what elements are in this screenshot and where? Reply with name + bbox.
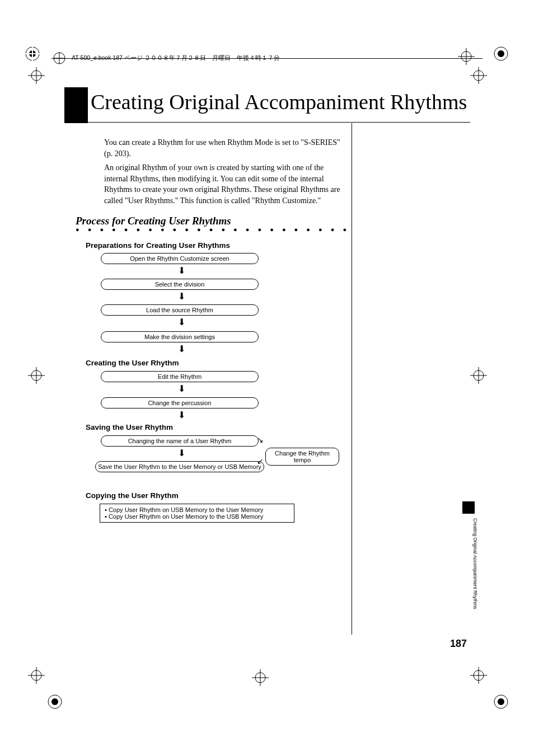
reg-mark-icon <box>252 669 269 686</box>
intro-text: You can create a Rhythm for use when Rhy… <box>104 137 345 210</box>
down-arrow-icon: ⬇ <box>178 318 185 327</box>
reg-mark-icon <box>28 67 45 84</box>
section-heading: Process for Creating User Rhythms <box>76 215 231 227</box>
down-arrow-icon: ⬇ <box>178 266 185 275</box>
flow-step: Change the percussion <box>101 397 259 408</box>
column-divider <box>352 123 352 635</box>
copy-heading: Copying the User Rhythm <box>86 491 179 500</box>
reg-mark-icon <box>470 67 487 84</box>
prep-heading: Preparations for Creating User Rhythms <box>86 241 230 250</box>
header-divider <box>51 58 483 59</box>
crop-mark-icon <box>490 43 512 65</box>
flow-step: Make the division settings <box>101 331 259 342</box>
down-arrow-icon: ⬇ <box>178 449 185 458</box>
flow-step: Load the source Rhythm <box>101 304 259 316</box>
copy-list-item: • Copy User Rhythm on User Memory to the… <box>105 513 289 520</box>
dotted-divider: ● ● ● ● ● ● ● ● ● ● ● ● ● ● ● ● ● ● ● ● … <box>76 226 350 233</box>
reg-mark-icon <box>28 667 45 684</box>
copy-list: • Copy User Rhythm on USB Memory to the … <box>100 504 294 523</box>
down-arrow-icon: ⬇ <box>178 384 185 393</box>
flow-step: Select the division <box>101 279 259 290</box>
flow-step: Open the Rhythm Customize screen <box>101 253 259 264</box>
crop-mark-icon <box>490 691 512 713</box>
flow-step: Changing the name of a User Rhythm <box>101 435 259 447</box>
reg-mark-icon <box>458 48 475 65</box>
down-arrow-icon: ⬇ <box>178 345 185 354</box>
down-arrow-icon: ⬇ <box>178 411 185 420</box>
page-title: Creating Original Accompaniment Rhythms <box>91 90 467 114</box>
svg-point-28 <box>51 698 58 705</box>
reg-mark-icon <box>470 667 487 684</box>
svg-point-30 <box>498 698 504 705</box>
intro-paragraph-1: You can create a Rhythm for use when Rhy… <box>104 137 345 159</box>
reg-mark-icon <box>28 367 45 384</box>
flow-step: Edit the Rhythm <box>101 371 259 382</box>
side-tab-text: Creating Original Accompaniment Rhythms <box>472 518 478 609</box>
create-heading: Creating the User Rhythm <box>86 359 179 367</box>
down-arrow-icon: ⬇ <box>178 292 185 301</box>
side-tab-marker <box>462 501 475 514</box>
reg-mark-icon <box>470 367 487 384</box>
crop-mark-icon <box>21 43 44 65</box>
branch-right-arrow-icon: ↘ <box>257 435 264 444</box>
crop-mark-icon <box>44 691 66 713</box>
copy-list-item: • Copy User Rhythm on USB Memory to the … <box>105 506 289 513</box>
save-heading: Saving the User Rhythm <box>86 423 173 431</box>
svg-point-5 <box>498 50 504 57</box>
title-underline <box>64 122 470 123</box>
flow-step-side: Change the Rhythm tempo <box>265 448 339 466</box>
branch-left-arrow-icon: ↙ <box>257 457 264 466</box>
title-accent-bar <box>64 87 88 123</box>
intro-paragraph-2: An original Rhythm of your own is create… <box>104 162 345 206</box>
page-number: 187 <box>450 638 467 650</box>
flow-step: Save the User Rhythm to the User Memory … <box>95 461 264 472</box>
